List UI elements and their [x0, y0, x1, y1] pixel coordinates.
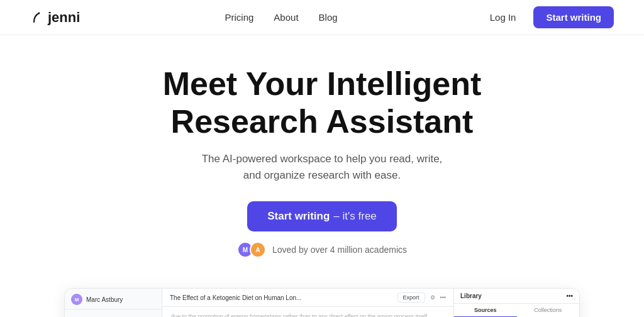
hero-title: Meet Your Intelligent Research Assistant [163, 65, 482, 141]
more-icon[interactable]: ••• [440, 294, 446, 301]
preview-sidebar: M Marc Astbury ✦ New ☰ Documents ≡ Libra… [65, 289, 162, 317]
user-bar: M Marc Astbury [65, 289, 162, 309]
avatar: A [250, 242, 266, 258]
user-name: Marc Astbury [86, 296, 123, 303]
login-button[interactable]: Log In [482, 8, 524, 26]
preview-content: due to the promotion of energy homeostas… [162, 307, 453, 317]
nav-link-blog[interactable]: Blog [319, 12, 338, 23]
more-options-icon[interactable]: ••• [566, 292, 573, 299]
app-preview: M Marc Astbury ✦ New ☰ Documents ≡ Libra… [0, 288, 644, 317]
export-btn[interactable]: Export [397, 292, 425, 303]
preview-topbar: The Effect of a Ketogenic Diet on Human … [162, 289, 453, 307]
right-panel-tabs: Sources Collections [454, 304, 579, 317]
start-writing-button-hero[interactable]: Start writing – it's free [247, 201, 397, 231]
nav-links: Pricing About Blog [225, 12, 338, 23]
preview-right-panel: Library ••• Sources Collections 🔍 Search… [453, 289, 579, 317]
social-proof: M A Loved by over 4 million academics [237, 242, 407, 258]
hero-subtitle: The AI-powered workspace to help you rea… [196, 151, 448, 184]
tab-sources[interactable]: Sources [454, 304, 517, 317]
nav-link-pricing[interactable]: Pricing [225, 12, 254, 23]
navbar: jenni Pricing About Blog Log In Start wr… [0, 0, 644, 35]
logo-icon [30, 11, 44, 25]
preview-window: M Marc Astbury ✦ New ☰ Documents ≡ Libra… [64, 288, 580, 317]
content-gray: due to the promotion of energy homeostas… [171, 312, 445, 317]
svg-point-0 [38, 12, 40, 14]
library-title: Library [460, 292, 482, 299]
social-proof-text: Loved by over 4 million academics [272, 245, 407, 255]
tab-collections[interactable]: Collections [517, 304, 580, 317]
start-writing-button-nav[interactable]: Start writing [533, 6, 614, 28]
sidebar-menu: ✦ New ☰ Documents ≡ Library ◈ AI Chat [65, 309, 162, 317]
logo[interactable]: jenni [30, 9, 80, 26]
preview-main: The Effect of a Ketogenic Diet on Human … [162, 289, 453, 317]
topbar-actions: Export ⚙ ••• [397, 292, 446, 303]
logo-text: jenni [48, 9, 80, 26]
nav-link-about[interactable]: About [274, 12, 298, 23]
settings-icon[interactable]: ⚙ [430, 294, 435, 301]
right-panel-header: Library ••• [454, 289, 579, 304]
sidebar-item-new[interactable]: ✦ New [65, 314, 162, 317]
hero-section: Meet Your Intelligent Research Assistant… [0, 35, 644, 273]
nav-actions: Log In Start writing [482, 6, 614, 28]
avatar-group: M A [237, 242, 266, 258]
doc-title: The Effect of a Ketogenic Diet on Human … [170, 294, 301, 301]
user-avatar: M [71, 294, 82, 305]
